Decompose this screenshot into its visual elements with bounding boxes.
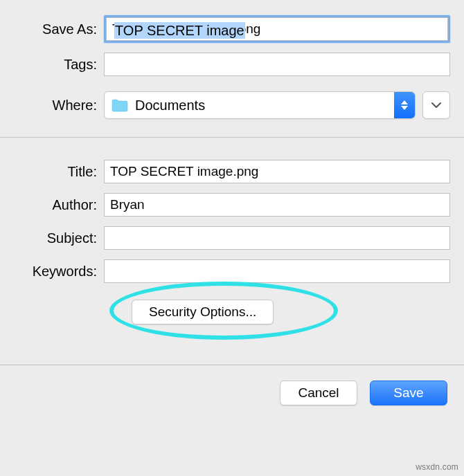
where-location-popup[interactable]: Documents [104, 91, 416, 119]
save-as-input[interactable] [106, 17, 448, 41]
subject-input[interactable] [104, 226, 450, 250]
expand-dialog-button[interactable] [422, 91, 450, 119]
save-button[interactable]: Save [370, 381, 447, 405]
tags-label: Tags: [14, 57, 104, 73]
keywords-label: Keywords: [14, 264, 104, 280]
title-label: Title: [14, 164, 104, 180]
keywords-input[interactable] [104, 259, 450, 283]
save-as-label: Save As: [14, 21, 104, 37]
chevron-down-icon [431, 100, 441, 110]
save-as-field-wrapper: TOP SECRET image [104, 15, 450, 43]
subject-label: Subject: [14, 230, 104, 246]
tags-input[interactable] [104, 53, 450, 76]
watermark-text: wsxdn.com [416, 462, 458, 472]
cancel-button[interactable]: Cancel [280, 381, 357, 405]
author-label: Author: [14, 197, 104, 213]
metadata-panel: Title: Author: Subject: Keywords: Securi… [0, 138, 464, 365]
where-selected-value: Documents [135, 98, 205, 113]
folder-icon [111, 98, 128, 112]
dialog-footer: Cancel Save [0, 365, 464, 423]
updown-arrows-icon [394, 92, 415, 118]
security-options-button[interactable]: Security Options... [132, 300, 274, 324]
author-input[interactable] [104, 193, 450, 217]
where-label: Where: [14, 98, 104, 113]
title-input[interactable] [104, 160, 450, 183]
save-panel-top: Save As: TOP SECRET image Tags: Where: D… [0, 0, 464, 137]
